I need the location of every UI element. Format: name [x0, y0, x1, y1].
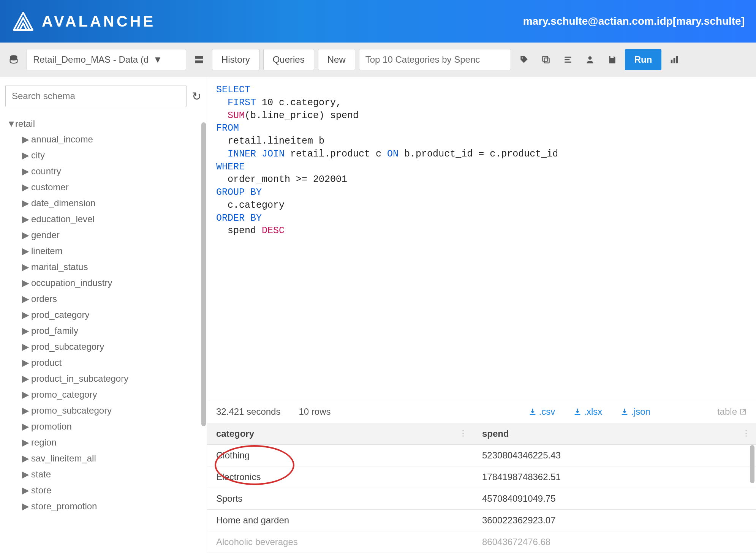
svg-rect-4	[544, 58, 549, 63]
caret-right-icon: ▶	[22, 501, 27, 512]
run-button[interactable]: Run	[625, 49, 662, 70]
avalanche-logo-icon	[11, 10, 35, 32]
table-node[interactable]: ▶customer	[22, 179, 204, 195]
connection-select[interactable]: Retail_Demo_MAS - Data (d ▼	[27, 49, 186, 70]
caret-right-icon: ▶	[22, 294, 27, 304]
table-node[interactable]: ▶promotion	[22, 419, 204, 434]
table-node[interactable]: ▶promo_subcategory	[22, 403, 204, 419]
table-name: sav_lineitem_all	[31, 453, 96, 464]
cell-category: Clothing	[207, 445, 473, 466]
refresh-icon[interactable]: ↻	[192, 90, 201, 103]
table-node[interactable]: ▶lineitem	[22, 243, 204, 259]
caret-right-icon: ▶	[22, 325, 27, 336]
table-name: lineitem	[31, 246, 63, 256]
table-row[interactable]: Electronics1784198748362.51	[207, 466, 756, 488]
svg-rect-1	[195, 56, 203, 59]
caret-right-icon: ▶	[22, 373, 27, 384]
user-icon[interactable]	[581, 51, 599, 69]
table-row[interactable]: Clothing5230804346225.43	[207, 445, 756, 466]
table-node[interactable]: ▶occupation_industry	[22, 275, 204, 291]
table-node[interactable]: ▶store	[22, 482, 204, 498]
table-node[interactable]: ▶education_level	[22, 211, 204, 227]
new-button[interactable]: New	[318, 49, 355, 70]
caret-right-icon: ▶	[22, 246, 27, 256]
history-button[interactable]: History	[212, 49, 259, 70]
table-name: store_promotion	[31, 501, 97, 512]
table-node[interactable]: ▶marital_status	[22, 259, 204, 275]
column-menu-icon[interactable]: ⋮	[742, 428, 750, 438]
table-node[interactable]: ▶gender	[22, 227, 204, 243]
table-name: prod_category	[31, 310, 89, 320]
connection-select-value: Retail_Demo_MAS - Data (d	[33, 54, 149, 65]
table-node[interactable]: ▶country	[22, 163, 204, 179]
download-csv[interactable]: .csv	[528, 406, 555, 417]
table-node[interactable]: ▶orders	[22, 291, 204, 307]
svg-rect-11	[671, 60, 673, 63]
table-node[interactable]: ▶product	[22, 355, 204, 371]
tag-icon[interactable]	[515, 51, 533, 69]
caret-right-icon: ▶	[22, 357, 27, 368]
table-node[interactable]: ▶prod_family	[22, 323, 204, 339]
table-name: product	[31, 357, 62, 368]
server-icon[interactable]	[190, 51, 208, 69]
caret-right-icon: ▶	[22, 198, 27, 209]
schema-tree: ▼ retail ▶annual_income▶city▶country▶cus…	[0, 115, 207, 517]
cell-spend: 5230804346225.43	[473, 445, 756, 466]
table-row[interactable]: Home and garden360022362923.07	[207, 510, 756, 531]
svg-point-3	[522, 57, 523, 58]
table-node[interactable]: ▶store_promotion	[22, 498, 204, 514]
table-node[interactable]: ▶annual_income	[22, 131, 204, 147]
table-row[interactable]: Sports457084091049.75	[207, 488, 756, 510]
queries-button[interactable]: Queries	[263, 49, 314, 70]
sql-editor[interactable]: SELECT FIRST 10 c.category, SUM(b.line_p…	[207, 77, 756, 400]
save-icon[interactable]	[603, 51, 621, 69]
table-node[interactable]: ▶prod_subcategory	[22, 339, 204, 355]
copy-icon[interactable]	[537, 51, 555, 69]
table-node[interactable]: ▶prod_category	[22, 307, 204, 323]
table-row[interactable]: Alcoholic beverages86043672476.68	[207, 531, 756, 553]
column-header-spend[interactable]: spend ⋮	[473, 423, 756, 444]
table-node[interactable]: ▶region	[22, 434, 204, 450]
caret-right-icon: ▶	[22, 341, 27, 352]
caret-right-icon: ▶	[22, 182, 27, 193]
table-name: marital_status	[31, 262, 88, 272]
toolbar: Retail_Demo_MAS - Data (d ▼ History Quer…	[0, 43, 756, 77]
schema-node[interactable]: ▼ retail	[7, 118, 204, 129]
svg-rect-2	[195, 60, 203, 63]
search-schema-input[interactable]	[5, 85, 187, 107]
table-name: education_level	[31, 214, 95, 224]
column-header-category[interactable]: category ⋮	[207, 423, 473, 444]
query-name-input[interactable]	[359, 49, 511, 70]
download-xlsx[interactable]: .xlsx	[573, 406, 602, 417]
table-node[interactable]: ▶promo_category	[22, 387, 204, 403]
column-menu-icon[interactable]: ⋮	[459, 428, 467, 438]
table-node[interactable]: ▶date_dimension	[22, 195, 204, 211]
table-node[interactable]: ▶product_in_subcategory	[22, 371, 204, 387]
table-name: annual_income	[31, 134, 93, 145]
caret-right-icon: ▶	[22, 437, 27, 448]
caret-right-icon: ▶	[22, 389, 27, 400]
database-icon[interactable]	[5, 51, 23, 69]
table-node[interactable]: ▶sav_lineitem_all	[22, 450, 204, 466]
editor-panel: SELECT FIRST 10 c.category, SUM(b.line_p…	[207, 77, 756, 553]
table-name: state	[31, 469, 51, 480]
caret-right-icon: ▶	[22, 453, 27, 464]
caret-right-icon: ▶	[22, 150, 27, 161]
table-name: product_in_subcategory	[31, 373, 128, 384]
caret-right-icon: ▶	[22, 166, 27, 177]
table-node[interactable]: ▶state	[22, 466, 204, 482]
results-scrollbar[interactable]	[750, 445, 754, 483]
chart-icon[interactable]	[665, 51, 683, 69]
caret-right-icon: ▶	[22, 278, 27, 288]
table-popout[interactable]: table	[717, 406, 747, 417]
download-json[interactable]: .json	[620, 406, 650, 417]
row-count: 10 rows	[299, 406, 331, 417]
table-name: promo_subcategory	[31, 405, 112, 416]
sidebar-scrollbar[interactable]	[201, 122, 206, 426]
table-node[interactable]: ▶city	[22, 147, 204, 163]
table-name: occupation_industry	[31, 278, 112, 288]
results-status-bar: 32.421 seconds 10 rows .csv .xlsx .json …	[207, 400, 756, 423]
cell-category: Sports	[207, 488, 473, 509]
svg-rect-5	[542, 56, 547, 61]
format-icon[interactable]	[559, 51, 577, 69]
